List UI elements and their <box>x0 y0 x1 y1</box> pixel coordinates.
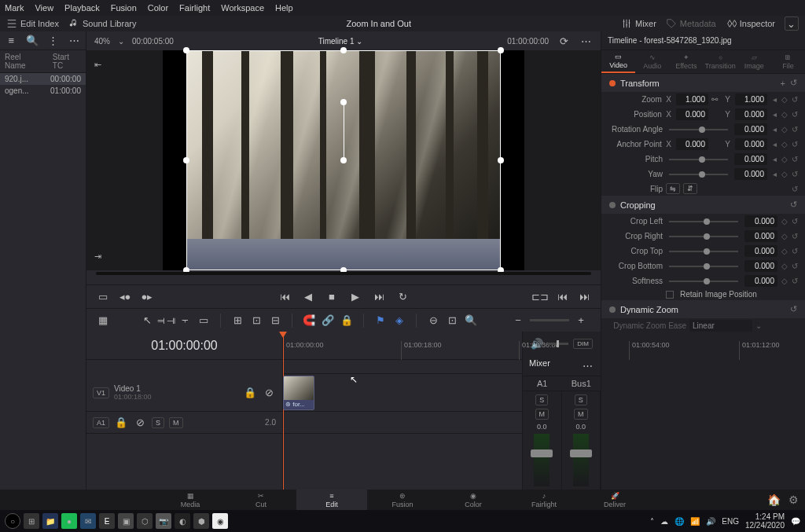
kf-prev[interactable]: ◂ <box>770 155 778 163</box>
tab-effects[interactable]: ✦Effects <box>669 50 703 73</box>
retain-checkbox[interactable] <box>666 291 674 299</box>
menu-help[interactable]: Help <box>275 3 293 13</box>
reset-icon[interactable]: ↺ <box>791 95 799 104</box>
track-disable-icon[interactable]: ⊘ <box>133 416 147 430</box>
fader-knob[interactable] <box>531 449 553 457</box>
track-a1-badge[interactable]: A1 <box>93 417 109 428</box>
reset-icon[interactable]: ↺ <box>790 304 797 314</box>
reset-icon[interactable]: ↺ <box>790 200 797 210</box>
kf-toggle[interactable]: ◇ <box>781 262 788 270</box>
dim-button[interactable]: DIM <box>573 339 593 349</box>
menu-color[interactable]: Color <box>148 3 168 13</box>
crop-bottom-slider[interactable] <box>669 266 738 267</box>
mute-button[interactable]: M <box>169 417 183 428</box>
first-frame-button[interactable]: ⏮ <box>278 290 292 304</box>
track-lock-icon[interactable]: 🔒 <box>114 416 128 430</box>
ease-select[interactable]: Linear <box>689 320 752 332</box>
viewer[interactable]: ⇤ ⇥ <box>86 50 601 270</box>
taskbar-app[interactable]: ⬡ <box>137 513 153 529</box>
media-item[interactable]: ogen... 01:00:00 <box>0 85 86 97</box>
kf-toggle[interactable]: ◇ <box>781 170 788 178</box>
enable-dot[interactable] <box>609 306 616 313</box>
video-track-header[interactable]: V1 Video 1 01:00:18:00 🔒 ⊘ <box>86 374 282 412</box>
solo-button[interactable]: S <box>575 394 587 405</box>
reset-icon[interactable]: ↺ <box>790 78 797 88</box>
fader-knob[interactable] <box>570 449 592 457</box>
kf-prev[interactable]: ◂ <box>770 125 778 134</box>
pitch-slider[interactable] <box>669 159 728 160</box>
solo-button[interactable]: S <box>152 417 164 428</box>
options-button[interactable]: ⋯ <box>68 34 81 48</box>
tl-zoom-out[interactable]: − <box>511 314 525 328</box>
reset-icon[interactable]: ↺ <box>791 232 799 240</box>
page-fairlight[interactable]: ♪Fairlight <box>509 490 579 510</box>
kf-prev[interactable]: ◂ <box>770 140 778 149</box>
tab-audio[interactable]: ∿Audio <box>635 50 669 73</box>
prev-edit-icon[interactable]: ◂● <box>118 290 132 304</box>
replace-clip-icon[interactable]: ⊟ <box>268 314 282 328</box>
viewer-scrubber[interactable] <box>86 270 601 284</box>
taskbar-app[interactable]: ▣ <box>118 513 134 529</box>
mute-button[interactable]: M <box>574 409 588 420</box>
rotation-input[interactable]: 0.000 <box>734 123 767 135</box>
track-v1-badge[interactable]: V1 <box>93 387 109 398</box>
softness-input[interactable]: 0.000 <box>744 275 777 287</box>
timeline-view-icon[interactable]: ▦ <box>96 314 110 328</box>
tray-cloud-icon[interactable]: ☁ <box>660 517 668 526</box>
start-button[interactable]: ○ <box>5 513 20 529</box>
lock-icon[interactable]: 🔒 <box>340 314 354 328</box>
kf-toggle[interactable]: ◇ <box>781 155 788 163</box>
timeline-clip[interactable]: ⊛ for... <box>283 376 314 410</box>
flip-h-button[interactable]: ⇋ <box>666 183 680 194</box>
filter-button[interactable]: ⋮ <box>47 34 61 48</box>
kf-toggle[interactable]: ◇ <box>781 110 788 119</box>
zoom-y-input[interactable]: 1.000 <box>735 94 767 105</box>
taskbar-app[interactable]: ⬢ <box>193 513 209 529</box>
transform-section[interactable]: Transform+↺ <box>601 74 805 92</box>
page-edit[interactable]: ≡Edit <box>296 490 367 510</box>
softness-slider[interactable] <box>669 281 738 282</box>
reset-icon[interactable]: ↺ <box>791 262 799 270</box>
zoom-x-input[interactable]: 1.000 <box>676 94 708 105</box>
pitch-input[interactable]: 0.000 <box>734 153 767 165</box>
cropping-section[interactable]: Cropping↺ <box>601 196 805 214</box>
rotation-slider[interactable] <box>669 129 728 130</box>
tl-zoom-in[interactable]: + <box>574 314 588 328</box>
crop-top-input[interactable]: 0.000 <box>744 245 777 257</box>
tab-image[interactable]: ▱Image <box>737 50 771 73</box>
timeline-tracks[interactable]: 01:00:00:00 01:00:18:00 01:00:36:00 01:0… <box>283 332 522 490</box>
transform-handle[interactable] <box>183 47 189 53</box>
taskbar-app[interactable]: 📁 <box>42 513 58 529</box>
crop-bottom-input[interactable]: 0.000 <box>744 260 777 272</box>
menu-playback[interactable]: Playback <box>64 3 100 13</box>
marker-icon[interactable]: ◈ <box>392 314 406 328</box>
reset-icon[interactable]: ↺ <box>791 140 799 149</box>
kf-prev[interactable]: ◂ <box>770 170 778 178</box>
reset-icon[interactable]: ↺ <box>791 110 799 119</box>
crop-right-slider[interactable] <box>669 236 738 237</box>
enable-dot[interactable] <box>609 80 616 86</box>
kf-toggle[interactable]: ◇ <box>781 247 788 255</box>
next-clip-icon[interactable]: ⏭ <box>577 290 591 304</box>
tab-file[interactable]: 🗎File <box>771 50 805 73</box>
taskbar-app[interactable]: E <box>99 513 115 529</box>
reset-icon[interactable]: ↺ <box>791 185 799 193</box>
tray-expand-icon[interactable]: ˄ <box>650 517 654 526</box>
transform-handle[interactable] <box>340 47 347 53</box>
trim-tool[interactable]: ⫤⫣ <box>159 314 173 328</box>
reset-icon[interactable]: ↺ <box>791 155 799 163</box>
col-starttc[interactable]: Start TC <box>53 53 81 70</box>
notifications-icon[interactable]: 💬 <box>791 517 800 526</box>
mixer-strip-bus1[interactable]: SM 0.0 <box>562 391 601 490</box>
list-view-button[interactable]: ≡ <box>5 34 18 48</box>
transform-handle[interactable] <box>498 47 504 53</box>
timeline-ruler[interactable]: 01:00:00:00 01:00:18:00 01:00:36:00 01:0… <box>283 332 522 360</box>
reset-icon[interactable]: ↺ <box>791 247 799 255</box>
yaw-input[interactable]: 0.000 <box>734 168 767 180</box>
tray-volume-icon[interactable]: 🔊 <box>706 517 715 526</box>
tab-video[interactable]: ▭Video <box>601 50 635 73</box>
home-button[interactable]: 🏠 <box>767 493 781 506</box>
taskbar-app[interactable]: ◉ <box>212 513 228 529</box>
menu-mark[interactable]: Mark <box>5 3 24 13</box>
mixer-strip-a1[interactable]: SM 0.0 <box>523 391 562 490</box>
